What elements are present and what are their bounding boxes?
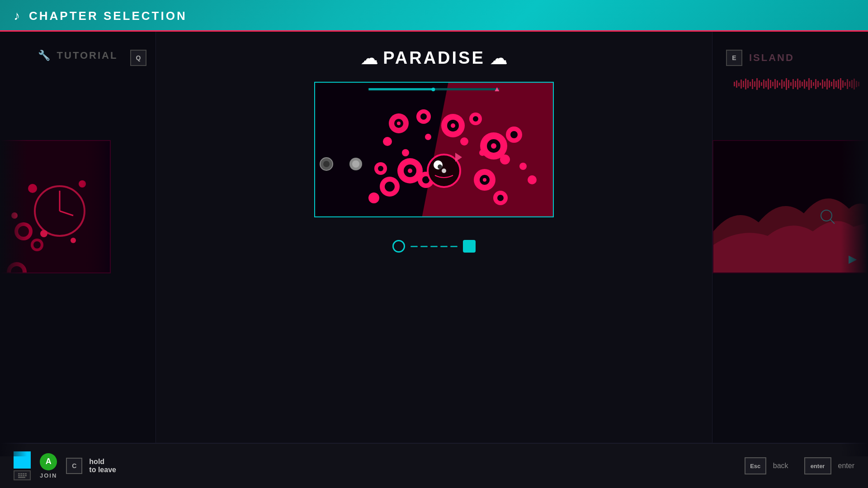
svg-rect-83 (779, 83, 780, 85)
center-chapter-panel: ☁ PARADISE ☁ (156, 32, 712, 456)
svg-point-37 (519, 163, 527, 170)
island-key-badge[interactable]: E (726, 50, 742, 66)
svg-rect-82 (777, 80, 778, 88)
a-button[interactable]: A (40, 453, 57, 470)
svg-rect-72 (754, 81, 755, 87)
music-icon: ♪ (14, 9, 20, 23)
svg-point-43 (385, 182, 395, 192)
page-dash-3 (430, 246, 438, 247)
svg-rect-81 (774, 79, 776, 89)
c-button-section: C hold to leave (66, 458, 116, 474)
island-waveform (720, 77, 860, 91)
svg-point-35 (479, 150, 486, 156)
svg-rect-73 (756, 78, 758, 90)
page-dot-2-active[interactable] (463, 240, 476, 253)
right-arrow-icon[interactable]: ▶ (849, 253, 857, 265)
svg-rect-68 (745, 79, 746, 89)
svg-point-11 (40, 230, 47, 237)
header: ♪ CHAPTER SELECTION (0, 0, 868, 32)
svg-point-51 (483, 178, 486, 182)
svg-rect-103 (824, 81, 826, 87)
page-dashes (410, 246, 458, 247)
enter-key[interactable]: enter (804, 457, 831, 474)
cloud-right-icon: ☁ (490, 47, 508, 68)
svg-rect-65 (738, 83, 740, 86)
page-dash-1 (410, 246, 418, 247)
svg-point-31 (383, 137, 392, 146)
tutorial-chapter-name: TUTORIAL (57, 50, 118, 61)
svg-rect-85 (783, 81, 785, 87)
svg-rect-118 (858, 82, 859, 86)
svg-point-47 (378, 166, 383, 171)
svg-point-13 (28, 184, 37, 193)
c-key[interactable]: C (66, 458, 82, 474)
right-chapter-panel: E ISLAND (712, 32, 868, 456)
svg-rect-67 (743, 81, 744, 87)
svg-rect-114 (849, 81, 850, 87)
svg-rect-101 (820, 83, 821, 85)
tutorial-key-badge[interactable]: Q (130, 50, 146, 66)
svg-rect-105 (829, 80, 830, 88)
svg-rect-102 (822, 80, 823, 89)
tutorial-icon: 🔧 (38, 50, 50, 61)
svg-rect-94 (804, 80, 805, 89)
svg-rect-70 (750, 82, 751, 86)
page-title: CHAPTER SELECTION (29, 9, 187, 23)
svg-point-7 (33, 241, 41, 249)
svg-point-23 (451, 123, 455, 128)
svg-rect-71 (752, 79, 753, 89)
svg-point-34 (460, 137, 468, 145)
svg-rect-99 (815, 79, 816, 89)
svg-point-25 (473, 116, 478, 122)
tutorial-thumbnail[interactable] (0, 140, 111, 273)
svg-rect-97 (811, 80, 812, 88)
to-leave-text: to leave (89, 466, 116, 474)
island-chapter-header: E ISLAND (712, 50, 868, 66)
svg-rect-110 (840, 78, 841, 90)
page-dot-1[interactable] (392, 240, 405, 253)
game-preview-inner (315, 83, 553, 216)
svg-rect-77 (765, 81, 767, 87)
svg-point-60 (352, 160, 359, 168)
paradise-header: ☁ PARADISE ☁ (360, 47, 508, 68)
svg-rect-69 (747, 80, 749, 88)
esc-key[interactable]: Esc (745, 457, 766, 474)
left-chapter-panel: 🔧 TUTORIAL Q (0, 32, 156, 456)
svg-rect-108 (835, 81, 837, 87)
svg-rect-15 (82, 141, 111, 273)
svg-rect-112 (844, 82, 846, 86)
tutorial-chapter-header: 🔧 TUTORIAL (38, 50, 118, 61)
svg-rect-109 (838, 80, 839, 89)
cloud-left-icon: ☁ (360, 47, 378, 68)
svg-rect-116 (854, 79, 855, 89)
svg-rect-93 (802, 82, 803, 86)
enter-label: enter (838, 462, 854, 470)
svg-rect-117 (856, 81, 857, 87)
svg-rect-64 (736, 80, 737, 88)
svg-rect-96 (808, 78, 810, 90)
svg-point-28 (491, 143, 496, 149)
island-thumbnail-svg (713, 141, 868, 273)
page-dash-5 (450, 246, 458, 247)
page-dash-4 (440, 246, 448, 247)
svg-rect-87 (788, 80, 789, 88)
svg-point-48 (368, 192, 379, 203)
svg-point-30 (510, 131, 518, 138)
svg-rect-79 (770, 80, 771, 88)
island-chapter-name: ISLAND (749, 52, 794, 64)
svg-rect-84 (781, 80, 783, 89)
svg-point-53 (497, 195, 504, 201)
game-preview[interactable] (314, 82, 554, 217)
svg-rect-86 (786, 78, 787, 90)
pagination (392, 240, 476, 253)
svg-point-57 (442, 169, 446, 173)
svg-point-33 (425, 134, 431, 140)
svg-rect-98 (813, 82, 814, 86)
player-square (14, 451, 31, 469)
svg-rect-80 (772, 82, 774, 86)
svg-point-32 (402, 149, 409, 156)
svg-rect-104 (826, 79, 828, 89)
bottom-bar: A JOIN C hold to leave Esc back enter en… (0, 443, 868, 488)
svg-rect-106 (831, 82, 832, 86)
island-thumbnail[interactable] (712, 140, 868, 273)
